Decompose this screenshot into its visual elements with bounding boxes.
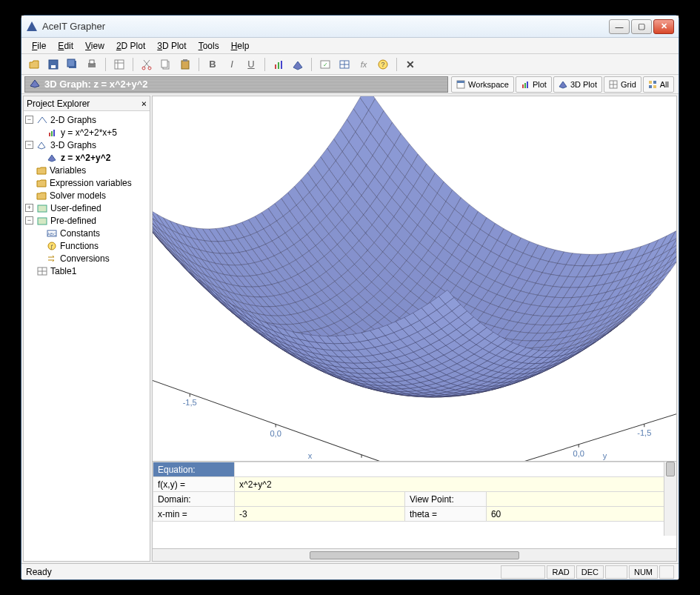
plot2d-icon[interactable] <box>270 56 287 73</box>
menu-help[interactable]: Help <box>225 39 256 53</box>
folder-3d-icon <box>36 140 48 150</box>
functions-icon: ƒ <box>46 241 58 251</box>
tree-exprvars[interactable]: Expression variables <box>25 176 148 189</box>
app-window: AceIT Grapher — ▢ ✕ File Edit View 2D Pl… <box>21 15 679 580</box>
folder-icon <box>36 178 47 188</box>
doc-title-bar[interactable]: 3D Graph: z = x^2+y^2 <box>24 76 448 93</box>
copy-icon[interactable] <box>158 56 174 73</box>
tree-variables[interactable]: Variables <box>25 164 148 176</box>
status-rad: RAD <box>547 565 574 579</box>
underline-icon[interactable]: U <box>243 56 259 73</box>
tree-2d-item[interactable]: y = x^2+2*x+5 <box>25 126 148 139</box>
svg-text:✓: ✓ <box>323 62 328 68</box>
properties-vscroll[interactable] <box>664 462 676 536</box>
tab-grid[interactable]: Grid <box>604 76 641 93</box>
plot3d-icon[interactable] <box>290 56 306 73</box>
svg-text:y: y <box>603 451 607 460</box>
properties-panel: Equation: f(x,y) = x^2+y^2 Domain: View … <box>152 462 677 549</box>
doc-title: 3D Graph: z = x^2+y^2 <box>44 79 147 90</box>
tree-3d-item-selected[interactable]: z = x^2+y^2 <box>25 151 148 164</box>
svg-text:1,5: 1,5 <box>356 459 367 461</box>
cut-icon[interactable] <box>139 56 155 73</box>
fxy-value[interactable]: x^2+y^2 <box>235 477 676 492</box>
svg-rect-27 <box>457 81 464 83</box>
svg-rect-40 <box>53 130 55 136</box>
svg-rect-6 <box>90 60 94 64</box>
eval-icon[interactable]: ✓ <box>317 56 333 73</box>
svg-rect-39 <box>51 131 53 136</box>
viewpoint-header: View Point: <box>404 492 486 507</box>
close-button[interactable]: ✕ <box>653 19 674 34</box>
print-icon[interactable] <box>84 56 100 73</box>
menu-view[interactable]: View <box>79 39 110 53</box>
help-icon[interactable]: ? <box>375 56 391 73</box>
italic-icon[interactable]: I <box>224 56 240 73</box>
minimize-button[interactable]: — <box>609 19 630 34</box>
saveall-icon[interactable] <box>64 56 81 73</box>
open-icon[interactable] <box>26 56 42 73</box>
conversions-icon <box>46 253 58 264</box>
properties-icon[interactable] <box>111 56 127 73</box>
status-ready: Ready <box>26 567 52 577</box>
menu-tools[interactable]: Tools <box>193 39 225 53</box>
tree-conversions[interactable]: Conversions <box>25 252 148 265</box>
statusbar: Ready RAD DEC NUM <box>21 563 679 579</box>
tab-3dplot[interactable]: 3D Plot <box>553 76 602 93</box>
tab-all[interactable]: All <box>643 76 674 93</box>
svg-rect-34 <box>649 81 652 84</box>
bold-icon[interactable]: B <box>204 56 221 73</box>
plot3d-doc-icon <box>30 78 40 90</box>
svg-rect-35 <box>653 81 656 84</box>
menu-edit[interactable]: Edit <box>52 39 79 53</box>
menu-3dplot[interactable]: 3D Plot <box>151 39 192 53</box>
svg-rect-18 <box>281 61 282 69</box>
tree-userdef[interactable]: + User-defined <box>25 202 148 214</box>
fx-icon[interactable]: fx <box>356 56 372 73</box>
plot2d-item-icon <box>47 127 59 138</box>
svg-rect-16 <box>275 64 276 69</box>
equation-header: Equation: <box>153 462 235 477</box>
tree-constants[interactable]: ABC Constants <box>25 227 148 239</box>
status-dec: DEC <box>576 565 604 579</box>
svg-text:0,0: 0,0 <box>270 429 281 438</box>
menu-file[interactable]: File <box>26 39 52 53</box>
svg-rect-30 <box>527 82 528 88</box>
titlebar[interactable]: AceIT Grapher — ▢ ✕ <box>21 16 679 38</box>
tree-3d-graphs[interactable]: − 3-D Graphs <box>25 139 148 151</box>
svg-rect-15 <box>183 59 187 62</box>
3d-plot-canvas[interactable]: -3,04,59,013,518,0z-3,0-1,50,01,53,0x-3,… <box>152 96 677 462</box>
tab-workspace[interactable]: Workspace <box>451 76 514 93</box>
tree-solver[interactable]: Solver models <box>25 189 148 202</box>
tree-2d-graphs[interactable]: − 2-D Graphs <box>25 113 148 126</box>
svg-rect-36 <box>649 85 652 88</box>
svg-text:ABC: ABC <box>47 232 57 236</box>
svg-rect-13 <box>161 60 167 67</box>
table-icon <box>36 266 48 276</box>
delete-icon[interactable]: ✕ <box>402 56 419 73</box>
table-icon[interactable] <box>336 56 353 73</box>
xmin-value[interactable]: -3 <box>235 507 405 522</box>
properties-hscroll[interactable] <box>152 549 677 562</box>
tree-functions[interactable]: ƒ Functions <box>25 239 148 252</box>
svg-marker-0 <box>27 21 37 31</box>
folder-icon <box>36 165 47 176</box>
tree-predef[interactable]: − Pre-defined <box>25 214 148 227</box>
fxy-label: f(x,y) = <box>153 477 235 492</box>
svg-rect-41 <box>38 205 47 212</box>
project-explorer-title: Project Explorer <box>27 99 90 109</box>
theta-value[interactable]: 60 <box>486 507 676 522</box>
xmin-label: x-min = <box>153 507 235 522</box>
theta-label: theta = <box>404 507 486 522</box>
svg-rect-29 <box>524 83 526 88</box>
menu-2dplot[interactable]: 2D Plot <box>110 39 151 53</box>
project-explorer-close-icon[interactable]: × <box>141 99 147 109</box>
tab-plot[interactable]: Plot <box>516 76 552 93</box>
maximize-button[interactable]: ▢ <box>631 19 652 34</box>
tree-table1[interactable]: Table1 <box>25 265 148 277</box>
svg-rect-2 <box>51 65 56 68</box>
save-icon[interactable] <box>45 56 61 73</box>
svg-rect-38 <box>49 133 50 136</box>
plot3d-item-icon <box>47 153 59 163</box>
toolbar: B I U ✓ fx ? ✕ <box>21 54 679 75</box>
paste-icon[interactable] <box>177 56 193 73</box>
